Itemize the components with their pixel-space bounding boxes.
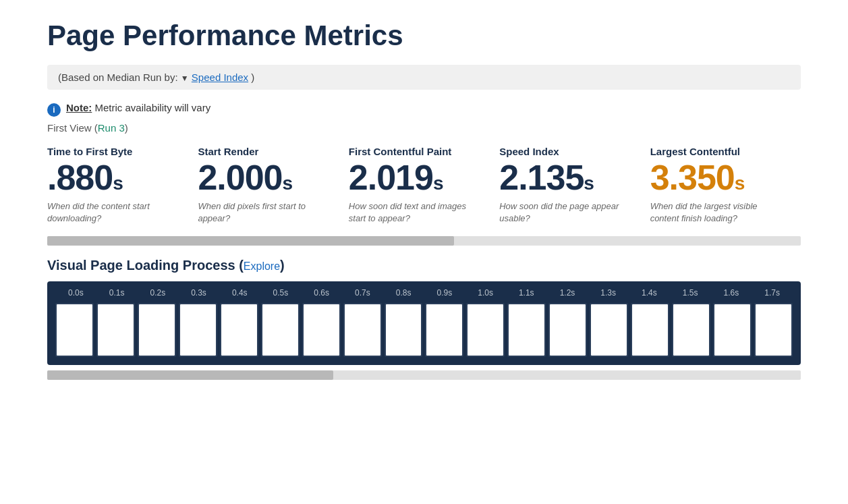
metric-value-lcp: 3.350s bbox=[650, 160, 781, 195]
filmstrip-frame-13 bbox=[590, 303, 628, 357]
filmstrip-time-3: 0.3s bbox=[178, 288, 219, 298]
metric-unit-start-render: s bbox=[283, 173, 293, 194]
filmstrip-time-8: 0.8s bbox=[383, 288, 424, 298]
filmstrip-time-0: 0.0s bbox=[55, 288, 96, 298]
filmstrip-title-text: Visual Page Loading Process bbox=[47, 258, 235, 273]
filmstrip-frame-7 bbox=[343, 303, 382, 357]
metric-desc-fcp: How soon did text and images start to ap… bbox=[349, 200, 479, 225]
run-link[interactable]: Run 3 bbox=[98, 122, 125, 134]
speed-index-link[interactable]: Speed Index bbox=[192, 72, 248, 83]
metric-card-ttfb: Time to First Byte.880sWhen did the cont… bbox=[47, 146, 198, 225]
metric-desc-lcp: When did the largest visible content fin… bbox=[650, 200, 781, 225]
filmstrip-time-4: 0.4s bbox=[219, 288, 260, 298]
note-body: Metric availability will vary bbox=[95, 102, 211, 113]
filmstrip-time-14: 1.4s bbox=[629, 288, 670, 298]
metric-card-lcp: Largest Contentful3.350sWhen did the lar… bbox=[650, 146, 801, 225]
metric-card-speed-index: Speed Index2.135sHow soon did the page a… bbox=[499, 146, 650, 225]
metric-label-fcp: First Contentful Paint bbox=[349, 146, 479, 157]
filmstrip-time-16: 1.6s bbox=[711, 288, 752, 298]
page-title: Page Performance Metrics bbox=[47, 20, 801, 51]
filmstrip-time-9: 0.9s bbox=[424, 288, 465, 298]
metric-desc-speed-index: How soon did the page appear usable? bbox=[499, 200, 629, 225]
metric-value-fcp: 2.019s bbox=[349, 160, 479, 195]
filmstrip-frame-9 bbox=[425, 303, 463, 357]
metric-unit-lcp: s bbox=[735, 173, 745, 194]
filmstrip-time-17: 1.7s bbox=[752, 288, 793, 298]
metric-value-speed-index: 2.135s bbox=[499, 160, 629, 195]
first-view-text: First View bbox=[47, 122, 92, 134]
filmstrip-time-5: 0.5s bbox=[260, 288, 302, 298]
metric-label-speed-index: Speed Index bbox=[499, 146, 629, 157]
filmstrip-container: 0.0s0.1s0.2s0.3s0.4s0.5s0.6s0.7s0.8s0.9s… bbox=[47, 281, 801, 365]
filmstrip-frame-16 bbox=[713, 303, 752, 357]
note-section: i Note: Metric availability will vary bbox=[47, 102, 801, 117]
median-bar: (Based on Median Run by: ▼ Speed Index ) bbox=[47, 65, 801, 90]
median-bar-text-after: ) bbox=[251, 72, 254, 83]
filmstrip-frame-1 bbox=[96, 303, 135, 357]
filmstrip-frame-0 bbox=[55, 303, 94, 357]
top-scrollbar-thumb bbox=[47, 236, 454, 246]
filmstrip-frames bbox=[55, 303, 793, 357]
filmstrip-time-12: 1.2s bbox=[547, 288, 588, 298]
filmstrip-frame-11 bbox=[507, 303, 546, 357]
metric-label-lcp: Largest Contentful bbox=[650, 146, 781, 157]
filmstrip-time-10: 1.0s bbox=[465, 288, 506, 298]
bottom-scrollbar[interactable] bbox=[47, 370, 801, 380]
filmstrip-frame-6 bbox=[302, 303, 341, 357]
filmstrip-frame-4 bbox=[220, 303, 258, 357]
filmstrip-time-1: 0.1s bbox=[96, 288, 138, 298]
filmstrip-time-11: 1.1s bbox=[506, 288, 547, 298]
metric-unit-fcp: s bbox=[433, 173, 443, 194]
filmstrip-frame-15 bbox=[672, 303, 710, 357]
info-icon: i bbox=[47, 103, 61, 117]
metric-label-ttfb: Time to First Byte bbox=[47, 146, 177, 157]
page-wrapper: Page Performance Metrics (Based on Media… bbox=[0, 0, 848, 393]
metric-card-fcp: First Contentful Paint2.019sHow soon did… bbox=[349, 146, 499, 225]
filmstrip-frame-17 bbox=[754, 303, 793, 357]
metric-unit-speed-index: s bbox=[584, 173, 594, 194]
metric-value-ttfb: .880s bbox=[47, 160, 177, 195]
median-arrow-icon: ▼ bbox=[181, 74, 189, 83]
filmstrip-time-7: 0.7s bbox=[342, 288, 383, 298]
filmstrip-frame-12 bbox=[548, 303, 587, 357]
metric-desc-ttfb: When did the content start downloading? bbox=[47, 200, 177, 225]
note-label: Note: bbox=[66, 102, 92, 113]
filmstrip-frame-3 bbox=[179, 303, 217, 357]
top-scrollbar[interactable] bbox=[47, 236, 801, 246]
filmstrip-timeline: 0.0s0.1s0.2s0.3s0.4s0.5s0.6s0.7s0.8s0.9s… bbox=[55, 288, 793, 298]
filmstrip-time-6: 0.6s bbox=[301, 288, 342, 298]
filmstrip-frame-2 bbox=[138, 303, 176, 357]
metric-desc-start-render: When did pixels first start to appear? bbox=[198, 200, 328, 225]
filmstrip-section-title: Visual Page Loading Process (Explore) bbox=[47, 258, 801, 273]
metric-label-start-render: Start Render bbox=[198, 146, 328, 157]
metric-card-start-render: Start Render2.000sWhen did pixels first … bbox=[198, 146, 348, 225]
filmstrip-frame-5 bbox=[261, 303, 300, 357]
filmstrip-frame-14 bbox=[631, 303, 669, 357]
metric-unit-ttfb: s bbox=[113, 173, 123, 194]
note-text: Note: Metric availability will vary bbox=[66, 102, 210, 113]
first-view-label: First View (Run 3) bbox=[47, 122, 801, 134]
metrics-container: Time to First Byte.880sWhen did the cont… bbox=[47, 146, 801, 225]
filmstrip-time-15: 1.5s bbox=[670, 288, 711, 298]
explore-link[interactable]: Explore bbox=[244, 260, 280, 272]
metric-value-start-render: 2.000s bbox=[198, 160, 328, 195]
filmstrip-frame-10 bbox=[466, 303, 505, 357]
median-bar-text-before: (Based on Median Run by: bbox=[58, 72, 178, 83]
filmstrip-time-2: 0.2s bbox=[137, 288, 178, 298]
filmstrip-time-13: 1.3s bbox=[588, 288, 629, 298]
filmstrip-frame-8 bbox=[385, 303, 423, 357]
bottom-scrollbar-thumb bbox=[47, 370, 333, 380]
